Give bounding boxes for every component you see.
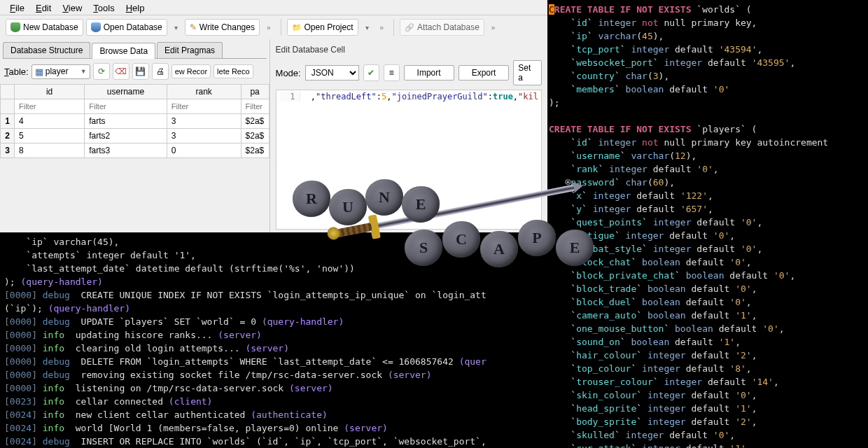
- sql-line: `top_colour` integer default '8',: [549, 362, 867, 375]
- row-number: 3: [1, 144, 15, 158]
- attach-database-button[interactable]: Attach Database: [400, 19, 484, 36]
- cell-username[interactable]: farts2: [85, 129, 167, 144]
- cell-rank[interactable]: 3: [167, 114, 241, 129]
- menu-file[interactable]: File: [4, 1, 30, 13]
- sql-line: CREATE TABLE IF NOT EXISTS `worlds` (: [549, 3, 867, 16]
- table-header-row: id username rank pa: [1, 85, 270, 99]
- cell-username[interactable]: farts: [85, 114, 167, 129]
- delete-record-button[interactable]: lete Reco: [214, 64, 253, 78]
- sql-line: `camera_auto` boolean default '1',: [549, 309, 867, 322]
- table-select[interactable]: ▦ ▼: [31, 64, 90, 79]
- overflow-icon[interactable]: »: [380, 24, 384, 31]
- open-project-button[interactable]: Open Project: [287, 19, 358, 36]
- log-line: [0000] debug removing existing socket fi…: [4, 368, 543, 382]
- col-password[interactable]: pa: [241, 85, 269, 99]
- sql-line: `members` boolean default '0': [549, 83, 867, 96]
- dropdown-chevron-icon[interactable]: ▾: [174, 24, 178, 31]
- sql-line: `rank` integer default '0',: [549, 162, 867, 176]
- sql-line: `trouser_colour` integer default '14',: [549, 375, 867, 388]
- sql-line: `y` integer default '657',: [549, 202, 867, 216]
- sql-line: `body_sprite` integer default '2',: [549, 415, 867, 428]
- log-line: [0000] info listening on /tmp/rsc-data-s…: [4, 382, 543, 395]
- indent-button[interactable]: ≡: [384, 64, 400, 81]
- toolbar-primary: New Database Open Database ▾ Write Chang…: [0, 15, 547, 39]
- edit-cell-pane: Edit Database Cell Mode: JSON ✔ ≡ Import…: [270, 39, 547, 232]
- menu-tools[interactable]: Tools: [88, 1, 120, 13]
- cell-id[interactable]: 8: [15, 144, 85, 158]
- filter-id[interactable]: [19, 102, 80, 111]
- cell-rank[interactable]: 0: [167, 144, 241, 158]
- pencil-icon: [190, 22, 197, 32]
- write-changes-button[interactable]: Write Changes: [185, 19, 260, 36]
- database-open-icon: [91, 22, 101, 32]
- menu-help[interactable]: Help: [120, 1, 150, 13]
- refresh-button[interactable]: ⟳: [93, 63, 110, 80]
- filter-rank[interactable]: [172, 102, 237, 111]
- save-button[interactable]: 💾: [132, 63, 149, 80]
- import-button[interactable]: Import: [404, 65, 454, 80]
- cell-password[interactable]: $2a$: [241, 129, 269, 144]
- dropdown-chevron-icon[interactable]: ▾: [365, 24, 369, 31]
- overflow-icon[interactable]: »: [491, 24, 496, 31]
- menubar: FileEditViewToolsHelp: [0, 0, 547, 15]
- sql-line: `ip` varchar(45),: [549, 29, 867, 43]
- sql-line: `tcp_port` integer default '43594',: [549, 43, 867, 56]
- print-button[interactable]: 🖨: [152, 63, 169, 80]
- sql-line: );: [549, 96, 867, 109]
- sql-line: `fatigue` integer default '0',: [549, 229, 867, 242]
- export-button[interactable]: Export: [458, 65, 510, 80]
- table-select-input[interactable]: [46, 66, 80, 76]
- set-as-button[interactable]: Set a: [513, 60, 542, 85]
- sql-line: `skulled` integer default '0',: [549, 428, 867, 442]
- cell-username[interactable]: farts3: [85, 144, 167, 158]
- sql-line: `websocket_port` integer default '43595'…: [549, 56, 867, 69]
- log-line: `attempts` integer default '1',: [4, 248, 543, 262]
- tab-edit-pragmas[interactable]: Edit Pragmas: [157, 42, 223, 58]
- sql-line: `block_chat` boolean default '0',: [549, 255, 867, 269]
- new-record-button[interactable]: ew Recor: [172, 64, 211, 78]
- folder-icon: [292, 22, 302, 32]
- json-editor[interactable]: 1 ,"threadLeft":5,"joinedPrayerGuild":tr…: [276, 90, 542, 230]
- cell-id[interactable]: 4: [15, 114, 85, 129]
- mode-select[interactable]: JSON: [305, 65, 359, 80]
- mode-label: Mode:: [276, 68, 301, 78]
- apply-button[interactable]: ✔: [363, 64, 379, 81]
- col-rank[interactable]: rank: [167, 85, 241, 99]
- table-label: Table:: [4, 66, 29, 77]
- log-line: [0000] debug DELETE FROM `login_attempts…: [4, 355, 543, 368]
- sql-line: `x` integer default '122',: [549, 189, 867, 202]
- sql-line: `id` integer not null primary key,: [549, 16, 867, 29]
- col-id[interactable]: id: [15, 85, 85, 99]
- menu-edit[interactable]: Edit: [30, 1, 57, 13]
- sql-line: `one_mouse_button` boolean default '0',: [549, 322, 867, 335]
- clear-filters-button[interactable]: ⌫: [113, 63, 130, 80]
- new-database-button[interactable]: New Database: [6, 19, 83, 36]
- log-line: ); (query-handler): [4, 275, 543, 288]
- sql-line: `cur_attack` integer default '1',: [549, 442, 867, 448]
- filter-password[interactable]: [246, 102, 265, 111]
- table-row[interactable]: 25farts23$2a$: [1, 129, 270, 144]
- sql-line: [549, 109, 867, 122]
- filter-row: [1, 99, 270, 114]
- overflow-icon[interactable]: »: [267, 24, 271, 31]
- menu-view[interactable]: View: [57, 1, 88, 13]
- cell-id[interactable]: 5: [15, 129, 85, 144]
- sql-line: `skin_colour` integer default '0',: [549, 388, 867, 402]
- tab-browse-data[interactable]: Browse Data: [92, 43, 155, 59]
- sql-editor[interactable]: CREATE TABLE IF NOT EXISTS `worlds` ( `i…: [547, 0, 868, 448]
- filter-username[interactable]: [89, 102, 162, 111]
- sql-line: `id` integer not null primary key autoin…: [549, 136, 867, 149]
- data-grid[interactable]: id username rank pa 14farts3$2a$25farts2…: [0, 84, 270, 158]
- cell-password[interactable]: $2a$: [241, 144, 269, 158]
- table-row[interactable]: 38farts30$2a$: [1, 144, 270, 158]
- db-browser-window: FileEditViewToolsHelp New Database Open …: [0, 0, 547, 232]
- log-line: `last_attempt_date` datetime default (st…: [4, 262, 543, 275]
- tab-database-structure[interactable]: Database Structure: [3, 42, 90, 58]
- col-username[interactable]: username: [85, 85, 167, 99]
- table-row[interactable]: 14farts3$2a$: [1, 114, 270, 129]
- open-database-button[interactable]: Open Database: [86, 19, 167, 36]
- cell-password[interactable]: $2a$: [241, 114, 269, 129]
- terminal-log[interactable]: `ip` varchar(45), `attempts` integer def…: [0, 232, 547, 448]
- cell-rank[interactable]: 3: [167, 129, 241, 144]
- sql-line: `country` char(3),: [549, 69, 867, 83]
